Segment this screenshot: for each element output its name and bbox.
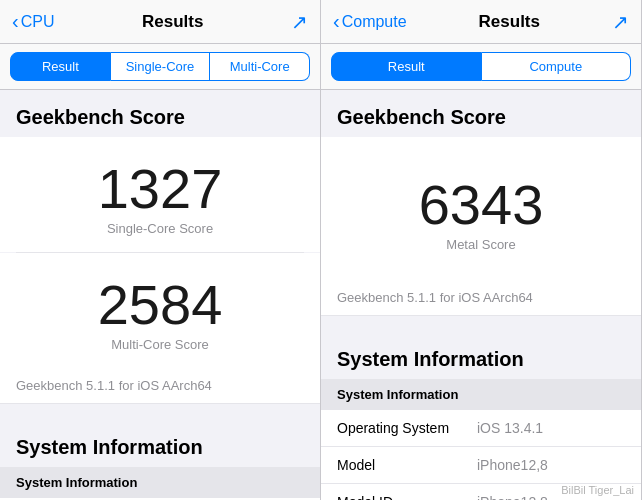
left-nav-bar: ‹ CPU Results ↗︎	[0, 0, 320, 44]
right-share-icon[interactable]: ↗︎	[612, 10, 629, 34]
left-multi-core-label: Multi-Core Score	[16, 337, 304, 352]
left-multi-core-value: 2584	[16, 277, 304, 333]
right-score-metal: 6343 Metal Score	[321, 137, 641, 280]
right-model-id-row: Model ID iPhone12,8	[321, 484, 641, 500]
right-sys-info-table: System Information Operating System iOS …	[321, 379, 641, 500]
left-back-label: CPU	[21, 13, 55, 31]
right-sys-info-heading: System Information	[321, 332, 641, 379]
left-content: Geekbench Score 1327 Single-Core Score 2…	[0, 90, 320, 500]
left-nav-title: Results	[142, 12, 203, 32]
left-panel: ‹ CPU Results ↗︎ Result Single-Core Mult…	[0, 0, 321, 500]
right-gap	[321, 316, 641, 332]
right-os-key: Operating System	[337, 420, 477, 436]
right-segment-bar: Result Compute	[321, 44, 641, 90]
left-chevron-icon: ‹	[12, 10, 19, 33]
left-sys-info-heading: System Information	[0, 420, 320, 467]
left-score-single: 1327 Single-Core Score	[0, 137, 320, 252]
left-single-core-value: 1327	[16, 161, 304, 217]
left-sys-section-label: System Information	[0, 467, 320, 498]
left-single-core-label: Single-Core Score	[16, 221, 304, 236]
right-model-id-val: iPhone12,8	[477, 494, 625, 500]
left-seg-result[interactable]: Result	[10, 52, 111, 81]
right-model-row: Model iPhone12,8	[321, 447, 641, 484]
left-score-multi: 2584 Multi-Core Score	[0, 253, 320, 368]
right-seg-compute[interactable]: Compute	[482, 52, 632, 81]
left-share-icon[interactable]: ↗︎	[291, 10, 308, 34]
right-seg-result[interactable]: Result	[331, 52, 482, 81]
right-chevron-icon: ‹	[333, 10, 340, 33]
right-metal-value: 6343	[337, 177, 625, 233]
left-platform-info: Geekbench 5.1.1 for iOS AArch64	[0, 368, 320, 404]
right-back-button[interactable]: ‹ Compute	[333, 10, 407, 33]
left-gap	[0, 404, 320, 420]
right-model-key: Model	[337, 457, 477, 473]
right-model-val: iPhone12,8	[477, 457, 625, 473]
left-back-button[interactable]: ‹ CPU	[12, 10, 54, 33]
right-sys-section-label: System Information	[321, 379, 641, 410]
right-back-label: Compute	[342, 13, 407, 31]
left-seg-multi[interactable]: Multi-Core	[210, 52, 310, 81]
right-nav-bar: ‹ Compute Results ↗︎	[321, 0, 641, 44]
right-model-id-key: Model ID	[337, 494, 477, 500]
right-panel: ‹ Compute Results ↗︎ Result Compute Geek…	[321, 0, 642, 500]
right-geekbench-heading: Geekbench Score	[321, 90, 641, 137]
left-sys-info-table: System Information Benchmark on 26 Apr 2…	[0, 467, 320, 500]
right-os-row: Operating System iOS 13.4.1	[321, 410, 641, 447]
right-os-val: iOS 13.4.1	[477, 420, 625, 436]
left-seg-single[interactable]: Single-Core	[111, 52, 211, 81]
left-geekbench-heading: Geekbench Score	[0, 90, 320, 137]
right-content: Geekbench Score 6343 Metal Score Geekben…	[321, 90, 641, 500]
right-metal-label: Metal Score	[337, 237, 625, 252]
right-nav-title: Results	[479, 12, 540, 32]
left-segment-bar: Result Single-Core Multi-Core	[0, 44, 320, 90]
right-platform-info: Geekbench 5.1.1 for iOS AArch64	[321, 280, 641, 316]
